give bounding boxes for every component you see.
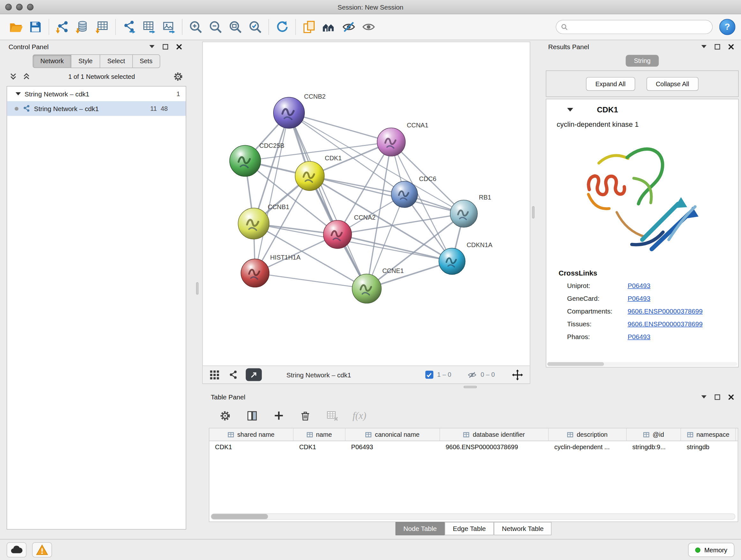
tab-sets[interactable]: Sets — [132, 54, 160, 68]
control-panel-close-button[interactable] — [174, 42, 185, 51]
table-cell[interactable]: cyclin-dependent ... — [549, 441, 626, 454]
select-columns-button[interactable] — [246, 409, 259, 422]
search-input[interactable] — [571, 23, 708, 30]
tab-node-table[interactable]: Node Table — [395, 522, 445, 535]
zoom-fit-button[interactable] — [225, 17, 245, 37]
delete-column-button[interactable] — [299, 409, 312, 422]
zoom-out-button[interactable] — [205, 17, 225, 37]
table-settings-button[interactable] — [218, 409, 232, 422]
results-panel-menu-button[interactable] — [698, 42, 709, 51]
table-cell[interactable]: CDK1 — [209, 441, 293, 454]
network-overview-button[interactable] — [227, 369, 239, 381]
network-node-CDC25B[interactable] — [229, 145, 260, 176]
table-cell[interactable]: stringdb — [681, 441, 736, 454]
column-header--id[interactable]: @id — [627, 428, 681, 441]
column-header-description[interactable]: description — [549, 428, 626, 441]
crosslink-link[interactable]: P06493 — [628, 295, 650, 302]
network-node-CCNA2[interactable] — [323, 220, 352, 249]
import-network-file-button[interactable] — [52, 17, 72, 37]
edge-CCNB2-HIST1H1A[interactable] — [255, 113, 289, 273]
birdseye-view-button[interactable] — [208, 368, 221, 381]
network-node-CCNB2[interactable] — [273, 98, 305, 128]
add-column-button[interactable] — [272, 409, 285, 422]
column-header-canonical-name[interactable]: canonical name — [346, 428, 440, 441]
save-session-button[interactable] — [25, 17, 45, 37]
table-cell[interactable]: 9606.ENSP00000378699 — [440, 441, 549, 454]
tab-string-results[interactable]: String — [626, 55, 659, 67]
network-row-selected[interactable]: String Network – cdk1 11 48 — [7, 101, 186, 116]
crosslink-link[interactable]: P06493 — [628, 282, 650, 290]
network-node-CCNA1[interactable] — [377, 128, 406, 157]
clone-network-button[interactable] — [299, 17, 319, 37]
tab-edge-table[interactable]: Edge Table — [445, 522, 494, 535]
detach-view-button[interactable] — [246, 368, 262, 381]
edge-CCNB2-CCNA1[interactable] — [289, 113, 391, 142]
tab-network-table[interactable]: Network Table — [494, 522, 551, 535]
import-network-database-button[interactable] — [72, 17, 92, 37]
export-network-button[interactable] — [119, 17, 139, 37]
crosslink-link[interactable]: 9606.ENSP00000378699 — [628, 320, 703, 328]
table-cell[interactable]: CDK1 — [293, 441, 346, 454]
column-header-shared-name[interactable]: shared name — [209, 428, 293, 441]
table-panel-float-button[interactable] — [712, 392, 723, 401]
control-panel-menu-button[interactable] — [146, 42, 157, 51]
expand-all-networks-button[interactable] — [22, 72, 31, 81]
results-panel-float-button[interactable] — [712, 42, 723, 51]
network-node-CCNB1[interactable] — [238, 208, 269, 239]
refresh-view-button[interactable] — [272, 17, 292, 37]
table-row[interactable]: CDK1CDK1P064939606.ENSP00000378699cyclin… — [209, 441, 738, 454]
table-cell[interactable]: P06493 — [346, 441, 440, 454]
selected-nodes-checkbox-icon[interactable] — [425, 371, 433, 379]
network-canvas[interactable]: CCNB2CCNA1CDC25BCDK1CDC6RB1CCNB1CCNA2CDK… — [203, 42, 531, 366]
network-node-HIST1H1A[interactable] — [241, 259, 269, 287]
column-header-namespace[interactable]: namespace — [681, 428, 736, 441]
crosslink-link[interactable]: 9606.ENSP00000378699 — [628, 307, 703, 315]
table-cell[interactable]: stringdb:9... — [627, 441, 681, 454]
network-node-CDKN1A[interactable] — [439, 248, 465, 274]
table-panel-close-button[interactable] — [726, 392, 737, 401]
network-node-CCNE1[interactable] — [352, 274, 381, 303]
open-session-button[interactable] — [6, 17, 25, 37]
minimize-window-button[interactable] — [16, 3, 23, 10]
control-panel-float-button[interactable] — [160, 42, 171, 51]
show-all-button[interactable] — [359, 17, 379, 37]
first-neighbors-button[interactable] — [319, 17, 339, 37]
table-horizontal-scrollbar[interactable] — [211, 513, 735, 519]
function-builder-button[interactable]: f(x) — [353, 410, 366, 422]
pan-mode-button[interactable] — [511, 368, 524, 381]
results-panel-close-button[interactable] — [726, 42, 737, 51]
help-button[interactable]: ? — [719, 19, 735, 35]
edge-CCNB2-CCNE1[interactable] — [289, 113, 367, 289]
network-node-CDK1[interactable] — [295, 161, 325, 191]
memory-button[interactable]: Memory — [688, 543, 735, 557]
warnings-button[interactable] — [32, 543, 52, 557]
zoom-window-button[interactable] — [27, 3, 33, 10]
hide-selected-button[interactable] — [339, 17, 359, 37]
export-table-button[interactable] — [139, 17, 158, 37]
collapse-all-networks-button[interactable] — [9, 72, 18, 81]
network-options-button[interactable] — [172, 71, 185, 83]
export-image-button[interactable] — [159, 17, 179, 37]
cloud-status-button[interactable] — [7, 543, 26, 557]
close-window-button[interactable] — [5, 3, 12, 10]
tab-select[interactable]: Select — [99, 54, 132, 68]
zoom-in-button[interactable] — [186, 17, 205, 37]
column-header-name[interactable]: name — [293, 428, 346, 441]
tab-network[interactable]: Network — [33, 54, 71, 68]
expand-all-button[interactable]: Expand All — [586, 77, 635, 91]
network-node-RB1[interactable] — [450, 200, 478, 227]
right-splitter-handle[interactable] — [532, 206, 534, 219]
column-header-database-identifier[interactable]: database identifier — [440, 428, 549, 441]
import-table-button[interactable] — [92, 17, 112, 37]
table-panel-menu-button[interactable] — [698, 392, 709, 401]
network-node-CDC6[interactable] — [391, 181, 418, 207]
gene-card-collapse-button[interactable] — [566, 107, 574, 113]
left-splitter-handle[interactable] — [196, 282, 199, 295]
network-collection-row[interactable]: String Network – cdk1 1 — [7, 86, 186, 101]
bottom-splitter-handle[interactable] — [464, 386, 477, 388]
collapse-all-button[interactable]: Collapse All — [646, 77, 698, 91]
delete-table-button[interactable] — [325, 408, 339, 422]
edge-CCNA2-CDKN1A[interactable] — [338, 234, 452, 261]
results-horizontal-scrollbar[interactable] — [547, 362, 737, 366]
crosslink-link[interactable]: P06493 — [628, 333, 650, 341]
